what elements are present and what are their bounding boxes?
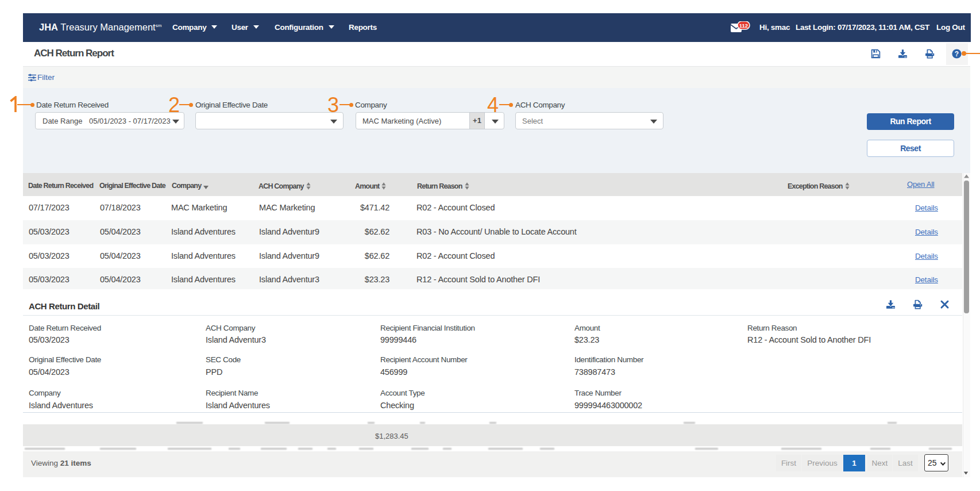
svg-text:?: ? [955, 50, 959, 58]
svg-text:112: 112 [739, 22, 748, 29]
